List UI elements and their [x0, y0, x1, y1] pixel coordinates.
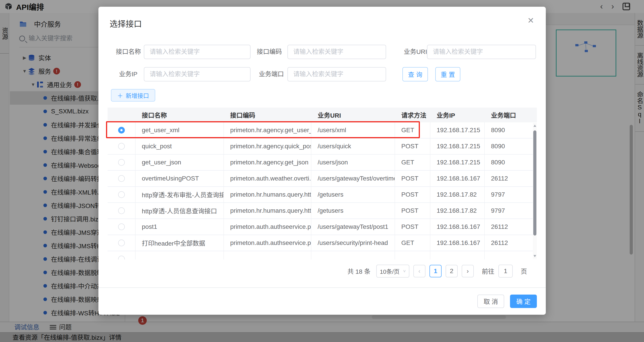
cell-port: 26112: [485, 171, 537, 186]
page-button-1[interactable]: 1: [430, 265, 442, 277]
cell-port: 8090: [485, 122, 537, 138]
cell-method: POST: [395, 138, 430, 154]
table-row[interactable]: quick_post primeton.hr.agency.quick_post…: [108, 138, 537, 154]
scroll-up-icon[interactable]: [534, 124, 536, 127]
page-button-2[interactable]: 2: [446, 265, 458, 277]
table-row[interactable]: overtimeUsingPOST primeton.auth.weather.…: [108, 171, 537, 187]
search-button[interactable]: 查 询: [402, 67, 428, 82]
total-count: 共 18 条: [348, 266, 370, 276]
row-radio[interactable]: [118, 224, 125, 230]
page-size-select[interactable]: 10条/页 ˅: [376, 264, 409, 278]
cell-port: 8090: [485, 154, 537, 170]
row-radio[interactable]: [118, 143, 125, 150]
cell-uri: /users/gatewayTest/overtime: [311, 171, 395, 186]
cell-code: primeton.auth.weather.overti...: [224, 171, 311, 186]
cell-ip: 192.168.17.82: [430, 187, 485, 202]
cancel-button[interactable]: 取 消: [477, 294, 504, 308]
filter-port-label: 业务端口: [259, 67, 284, 82]
plus-icon: ＋: [117, 91, 123, 100]
cell-name: http穿透-人员信息查询接口: [136, 203, 224, 218]
table-row[interactable]: http穿透-发布审批-人员查询接口 primeton.hr.humans.qu…: [108, 187, 537, 203]
table-row[interactable]: post1 primeton.auth.authseervice.po... /…: [108, 219, 537, 235]
page-size-value: 10条/页: [380, 267, 400, 275]
row-radio-selected[interactable]: [118, 127, 125, 134]
table-row[interactable]: 打印header中全部数据 primeton.auth.authseervice…: [108, 235, 537, 251]
col-header-method: 请求方法: [395, 110, 430, 120]
screen: API编排 ‹ › 资源 中介服务 ▶: [0, 0, 644, 342]
cell-uri: /users/xml: [311, 122, 395, 138]
filter-uri-input[interactable]: [427, 45, 536, 59]
add-interface-label: 新增接口: [126, 91, 149, 100]
row-radio[interactable]: [118, 159, 125, 166]
close-icon[interactable]: ✕: [528, 16, 534, 24]
table-scrollbar[interactable]: [533, 123, 537, 259]
goto-page-input[interactable]: [498, 264, 513, 278]
cell-ip: 192.168.17.215: [430, 138, 485, 154]
interface-table: 接口名称 接口编码 业务URI 请求方法 业务IP 业务端口 get_user_…: [108, 108, 537, 260]
add-interface-button[interactable]: ＋ 新增接口: [111, 89, 155, 102]
cell-code: primeton.auth.authseervice.pri...: [224, 235, 311, 251]
cell-uri: /getusers: [311, 187, 395, 202]
filter-code-label: 接口编码: [257, 45, 282, 59]
confirm-button[interactable]: 确 定: [510, 294, 537, 308]
table-row[interactable]: http穿透-人员信息查询接口 primeton.hr.humans.query…: [108, 203, 537, 219]
cell-ip: 192.168.17.215: [430, 154, 485, 170]
row-radio[interactable]: [118, 240, 125, 246]
row-radio[interactable]: [118, 207, 125, 214]
row-radio[interactable]: [118, 256, 125, 260]
cell-uri: /users/security/print-head: [311, 235, 395, 251]
col-header-name: 接口名称: [136, 110, 224, 120]
cell-name: get_user_xml: [136, 122, 224, 138]
cell-name: 打印header中全部数据: [136, 235, 224, 251]
cell-ip: 192.168.16.167: [430, 219, 485, 235]
filter-uri-label: 业务URI: [404, 45, 427, 59]
filter-ip-input[interactable]: [144, 67, 250, 82]
cell-uri: /getusers: [311, 203, 395, 218]
goto-label: 前往: [482, 266, 494, 276]
cell-method: GET: [395, 154, 430, 170]
cell-name: post1: [136, 219, 224, 235]
filter-ip-label: 业务IP: [119, 67, 137, 82]
cell-uri: /users/quick: [311, 138, 395, 154]
cell-code: primeton.hr.agency.get_user_...: [224, 122, 311, 138]
filter-name-input[interactable]: [144, 45, 250, 59]
dialog-footer: 取 消 确 定: [98, 288, 546, 315]
cell-method: POST: [395, 187, 430, 202]
reset-button[interactable]: 重 置: [435, 67, 460, 82]
cell-port: 9797: [485, 203, 537, 218]
cell-name: http穿透-发布审批-人员查询接口: [136, 187, 224, 202]
col-header-uri: 业务URI: [311, 110, 395, 120]
next-page-button[interactable]: ›: [462, 265, 474, 277]
cell-port: 8090: [485, 138, 537, 154]
table-row[interactable]: get_user_xml primeton.hr.agency.get_user…: [108, 122, 537, 138]
row-radio[interactable]: [118, 175, 125, 182]
cell-ip: 192.168.16.167: [430, 235, 485, 251]
filter-code-input[interactable]: [288, 45, 386, 59]
table-row[interactable]: get_user_json primeton.hr.agency.get_jso…: [108, 154, 537, 171]
table-header: 接口名称 接口编码 业务URI 请求方法 业务IP 业务端口: [108, 108, 537, 122]
cell-uri: /users/gatewayTest/post1: [311, 219, 395, 235]
cell-ip: 192.168.16.167: [430, 171, 485, 186]
cell-method: POST: [395, 203, 430, 218]
cell-ip: 192.168.17.215: [430, 122, 485, 138]
cell-code: primeton.hr.humans.query.htt...: [224, 203, 311, 218]
filter-port-input[interactable]: [288, 67, 386, 82]
filter-name-label: 接口名称: [116, 45, 141, 59]
cell-method: GET: [395, 122, 430, 138]
scrollbar-thumb[interactable]: [533, 130, 536, 236]
prev-page-button[interactable]: ‹: [414, 265, 426, 277]
chevron-down-icon: ˅: [403, 269, 406, 274]
cell-port: 26112: [485, 219, 537, 235]
cell-name: get_user_json: [136, 154, 224, 170]
cell-method: POST: [395, 171, 430, 186]
cell-method: GET: [395, 235, 430, 251]
cell-name: quick_post: [136, 138, 224, 154]
cell-code: primeton.hr.agency.quick_post: [224, 138, 311, 154]
cell-method: POST: [395, 219, 430, 235]
col-header-code: 接口编码: [224, 110, 311, 120]
col-header-port: 业务端口: [485, 110, 537, 120]
page-unit-label: 页: [521, 266, 527, 276]
pagination: 共 18 条 10条/页 ˅ ‹ 1 2 › 前往 页: [98, 264, 537, 278]
scroll-down-icon[interactable]: [534, 255, 536, 257]
row-radio[interactable]: [118, 191, 125, 198]
